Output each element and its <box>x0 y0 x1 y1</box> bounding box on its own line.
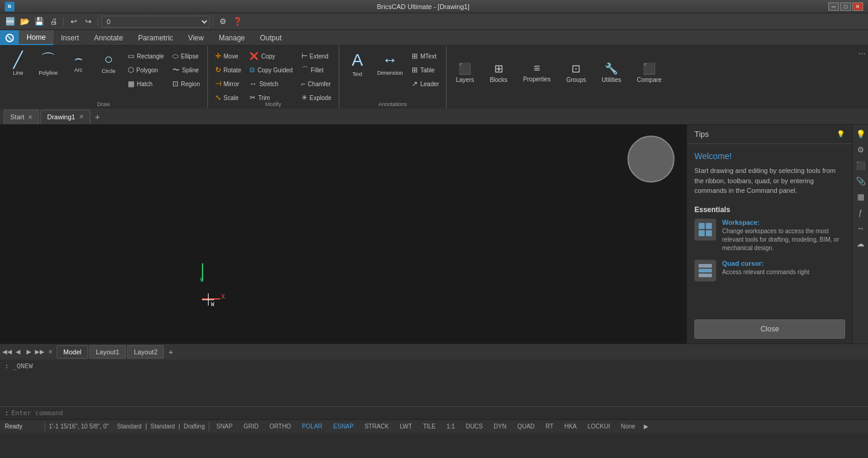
sidebar-settings-icon[interactable]: ⚙ <box>854 143 867 156</box>
compare-icon: ⬛ <box>643 62 656 75</box>
status-expand-arrow[interactable]: ▶ <box>644 423 649 430</box>
undo-button[interactable]: ↩ <box>67 15 80 28</box>
blocks-panel-button[interactable]: ⊞ Blocks <box>483 59 514 86</box>
sidebar-hatch-icon[interactable]: ▦ <box>854 190 867 203</box>
status-grid-btn[interactable]: GRID <box>240 421 262 432</box>
status-ortho-btn[interactable]: ORTHO <box>266 421 295 432</box>
layout-tab-layout1[interactable]: Layout1 <box>89 345 126 359</box>
save-button[interactable]: 💾 <box>33 15 46 28</box>
polygon-button[interactable]: ⬡Polygon <box>124 63 168 77</box>
copy-button[interactable]: ❌Copy <box>246 49 296 63</box>
status-dyn-btn[interactable]: DYN <box>490 421 510 432</box>
stretch-button[interactable]: ↔Stretch <box>246 77 296 90</box>
rectangle-button[interactable]: ▭Rectangle <box>124 49 168 63</box>
layout-nav-first[interactable]: ◀◀ <box>2 347 12 357</box>
copy-guided-button[interactable]: ⧉Copy Guided <box>246 63 296 77</box>
status-quad-btn[interactable]: QUAD <box>514 421 538 432</box>
mtext-button[interactable]: ⊞MText <box>408 49 442 63</box>
quad-icon <box>694 260 716 281</box>
hatch-button[interactable]: ▦Hatch <box>124 77 168 90</box>
status-rt-btn[interactable]: RT <box>542 421 557 432</box>
tab-drawing1-close[interactable]: ✕ <box>79 113 84 120</box>
layout-nav-next[interactable]: ▶ <box>24 347 34 357</box>
status-lockui-btn[interactable]: LOCKUI <box>584 421 614 432</box>
status-lwt-btn[interactable]: LWT <box>396 421 415 432</box>
sidebar-formula-icon[interactable]: ƒ <box>854 205 867 219</box>
menu-output[interactable]: Output <box>253 30 289 45</box>
menu-insert[interactable]: Insert <box>54 30 87 45</box>
table-button[interactable]: ⊞Table <box>408 63 442 77</box>
tab-add-button[interactable]: + <box>92 111 104 123</box>
scale-button[interactable]: ⤡Scale <box>212 91 245 104</box>
status-esnap-btn[interactable]: ESNAP <box>330 421 357 432</box>
utilities-panel-button[interactable]: 🔧 Utilities <box>595 59 627 86</box>
extend-button[interactable]: ⊢Extend <box>298 49 335 63</box>
status-none-btn[interactable]: None <box>617 421 639 432</box>
sidebar-sync-icon[interactable]: ↔ <box>854 221 867 234</box>
explode-button[interactable]: ✳Explode <box>298 91 335 104</box>
rotate-button[interactable]: ↻Rotate <box>212 63 245 77</box>
open-file-button[interactable]: 📂 <box>18 15 31 28</box>
ribbon-line-button[interactable]: ╱ Line <box>4 48 33 90</box>
new-file-button[interactable]: 🆕 <box>4 15 17 28</box>
close-button[interactable]: ✕ <box>852 2 863 11</box>
status-hka-btn[interactable]: HKA <box>561 421 580 432</box>
toolbar-settings-button[interactable]: ⚙ <box>216 15 230 28</box>
status-scale-btn[interactable]: 1:1 <box>443 421 459 432</box>
tab-start-close[interactable]: ✕ <box>28 114 33 121</box>
ellipse-button[interactable]: ⬭Ellipse <box>169 49 204 63</box>
ribbon-arc-button[interactable]: ⌢ Arc <box>64 48 93 90</box>
layer-dropdown[interactable]: 0 <box>101 16 210 28</box>
status-snap-btn[interactable]: SNAP <box>213 421 236 432</box>
sidebar-bulb-icon[interactable]: 💡 <box>854 127 867 140</box>
layout-tab-layout2[interactable]: Layout2 <box>127 345 164 359</box>
layout-tab-add[interactable]: + <box>165 347 176 357</box>
layout-nav-prev[interactable]: ◀ <box>13 347 23 357</box>
layout-tab-model[interactable]: Model <box>57 345 88 359</box>
fillet-button[interactable]: ⌒Fillet <box>298 63 335 77</box>
move-button[interactable]: ✛Move <box>212 49 245 63</box>
canvas-area[interactable]: Y X W <box>0 125 687 344</box>
menu-home[interactable]: Home <box>19 30 54 45</box>
status-tile-btn[interactable]: TILE <box>420 421 439 432</box>
tips-title: Tips <box>694 130 709 139</box>
command-input[interactable] <box>11 409 863 417</box>
ribbon-more-button[interactable]: ··· <box>858 48 866 58</box>
tips-close-button[interactable]: Close <box>694 319 845 339</box>
ribbon-circle-button[interactable]: ○ Circle <box>94 48 123 90</box>
layout-nav-menu[interactable]: ≡ <box>46 347 55 357</box>
help-button[interactable]: ❓ <box>231 15 244 28</box>
menu-manage[interactable]: Manage <box>212 30 253 45</box>
minimize-button[interactable]: ─ <box>828 2 839 11</box>
sidebar-attach-icon[interactable]: 📎 <box>854 174 867 187</box>
properties-panel-button[interactable]: ≡ Properties <box>517 59 558 86</box>
status-strack-btn[interactable]: STRACK <box>361 421 393 432</box>
circle-shape <box>627 136 675 183</box>
groups-panel-button[interactable]: ⊡ Groups <box>559 59 593 86</box>
maximize-button[interactable]: □ <box>840 2 851 11</box>
app-logo[interactable] <box>0 30 19 45</box>
status-ducs-btn[interactable]: DUCS <box>462 421 486 432</box>
menu-view[interactable]: View <box>181 30 212 45</box>
menu-parametric[interactable]: Parametric <box>131 30 181 45</box>
region-button[interactable]: ⊡Region <box>169 77 204 90</box>
ribbon-polyline-button[interactable]: ⌒ Polyline <box>34 48 63 90</box>
mirror-button[interactable]: ⊣Mirror <box>212 77 245 90</box>
print-button[interactable]: 🖨 <box>47 15 60 28</box>
sidebar-layers2-icon[interactable]: ⬛ <box>854 158 867 172</box>
layers-panel-button[interactable]: ⬛ Layers <box>449 59 480 86</box>
menu-annotate[interactable]: Annotate <box>87 30 131 45</box>
chamfer-button[interactable]: ⌐Chamfer <box>298 77 335 90</box>
spline-button[interactable]: 〜Spline <box>169 63 204 77</box>
redo-button[interactable]: ↪ <box>81 15 95 28</box>
leader-button[interactable]: ↗Leader <box>408 77 442 90</box>
ribbon-dimension-button[interactable]: ↔ Dimension <box>373 48 407 90</box>
sidebar-cloud-icon[interactable]: ☁ <box>854 237 867 250</box>
tab-drawing1[interactable]: Drawing1 ✕ <box>40 110 90 124</box>
status-polar-btn[interactable]: POLAR <box>298 421 326 432</box>
layout-nav-last[interactable]: ▶▶ <box>35 347 45 357</box>
ribbon-text-button[interactable]: A Text <box>343 48 372 90</box>
compare-panel-button[interactable]: ⬛ Compare <box>630 59 668 86</box>
tab-start[interactable]: Start ✕ <box>4 110 39 124</box>
tips-body: Welcome! Start drawing and editing by se… <box>687 144 852 315</box>
